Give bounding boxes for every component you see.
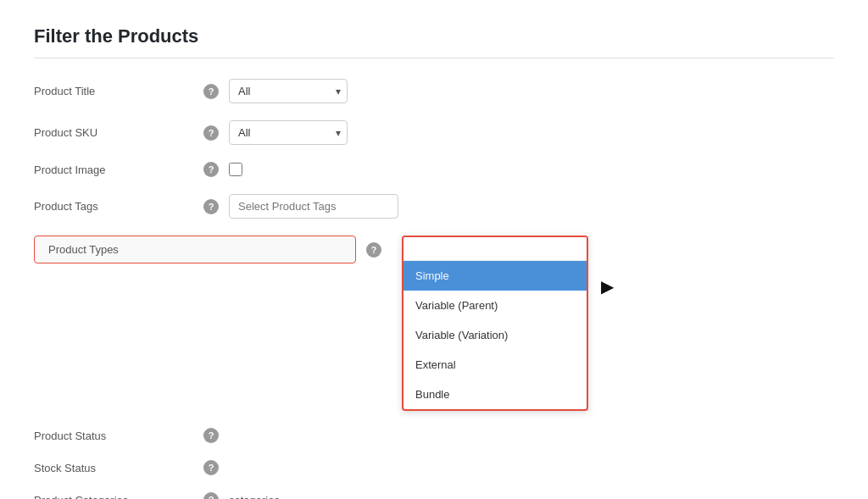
stock-status-help-icon[interactable]: ? xyxy=(203,460,219,475)
product-image-label: Product Image xyxy=(34,164,203,176)
product-title-help-icon[interactable]: ? xyxy=(203,84,219,99)
product-tags-control xyxy=(229,194,466,219)
page-title: Filter the Products xyxy=(34,25,834,47)
product-types-help-icon[interactable]: ? xyxy=(366,242,381,258)
product-sku-help-icon[interactable]: ? xyxy=(203,125,219,141)
product-sku-select-wrapper: All Contains Equals xyxy=(229,120,348,145)
product-sku-control: All Contains Equals xyxy=(229,120,466,145)
stock-status-label: Stock Status xyxy=(34,462,203,474)
cursor-arrow: ▶ xyxy=(601,276,614,297)
product-categories-label: Product Categories xyxy=(34,494,203,500)
product-categories-control: categories xyxy=(229,493,466,499)
product-sku-select[interactable]: All Contains Equals xyxy=(229,120,348,145)
product-tags-input[interactable] xyxy=(229,194,398,219)
product-types-dropdown[interactable]: Simple Variable (Parent) Variable (Varia… xyxy=(402,236,588,411)
product-image-checkbox[interactable] xyxy=(229,163,242,176)
product-sku-row: Product SKU ? All Contains Equals xyxy=(34,120,834,145)
title-divider xyxy=(34,58,834,58)
dropdown-option-simple[interactable]: Simple xyxy=(403,261,587,291)
product-title-control: All Contains Equals xyxy=(229,79,466,103)
product-image-row: Product Image ? xyxy=(34,162,834,177)
product-tags-label: Product Tags xyxy=(34,200,203,213)
dropdown-option-variable-variation[interactable]: Variable (Variation) xyxy=(403,320,587,350)
product-types-search[interactable] xyxy=(403,237,587,261)
product-title-label: Product Title xyxy=(34,85,203,97)
product-tags-help-icon[interactable]: ? xyxy=(203,199,219,214)
product-title-select-wrapper: All Contains Equals xyxy=(229,79,348,103)
product-status-help-icon[interactable]: ? xyxy=(203,428,219,443)
product-categories-suffix: categories xyxy=(229,494,280,499)
product-types-dropdown-container: Simple Variable (Parent) Variable (Varia… xyxy=(402,236,588,411)
dropdown-option-variable-parent[interactable]: Variable (Parent) xyxy=(403,291,587,320)
dropdown-option-external[interactable]: External xyxy=(403,350,587,380)
stock-status-row: Stock Status ? xyxy=(34,460,834,475)
product-tags-row: Product Tags ? xyxy=(34,194,834,219)
product-types-label: Product Types xyxy=(34,236,356,263)
dropdown-option-bundle[interactable]: Bundle xyxy=(403,380,587,409)
product-title-select[interactable]: All Contains Equals xyxy=(229,79,348,103)
product-sku-label: Product SKU xyxy=(34,126,203,139)
product-image-control xyxy=(229,163,466,176)
product-status-row: Product Status ? xyxy=(34,428,834,443)
product-categories-help-icon[interactable]: ? xyxy=(203,492,219,499)
product-title-row: Product Title ? All Contains Equals xyxy=(34,79,834,103)
product-types-row: Product Types ? Simple Variable (Parent)… xyxy=(34,236,834,411)
product-image-help-icon[interactable]: ? xyxy=(203,162,219,177)
product-categories-row: Product Categories ? categories xyxy=(34,492,834,499)
product-status-label: Product Status xyxy=(34,430,203,442)
